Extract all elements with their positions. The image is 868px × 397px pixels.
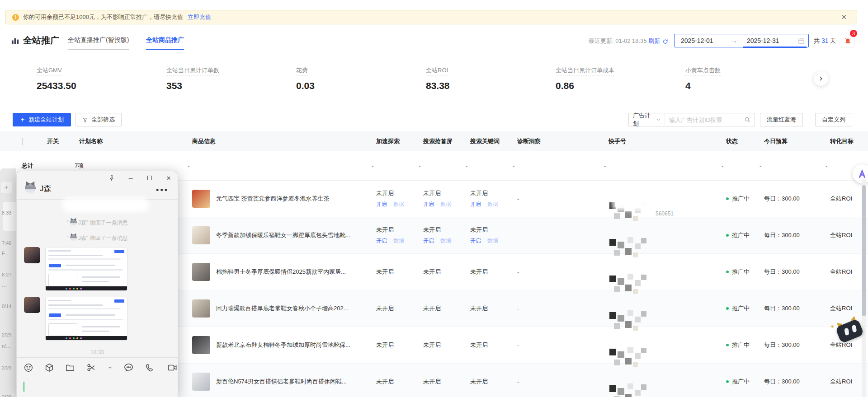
select-all-checkbox[interactable] [22, 138, 23, 145]
chevron-down-icon[interactable] [108, 365, 113, 370]
filter-all-button[interactable]: 全部筛选 [75, 113, 122, 126]
date-arrow: → [728, 37, 741, 44]
plan-search-input[interactable] [669, 117, 741, 123]
chevron-right-icon [818, 76, 824, 81]
top-screen-status: 未开启 [423, 268, 466, 276]
product-title[interactable]: 新百伦N574男女百搭情侣老爹鞋时尚百搭休闲鞋... [216, 378, 347, 386]
chat-window: ─ ✕ J森 ••• "J森" 撤回了一条消息"J森" 撤回了一条消息 [16, 171, 178, 397]
product-image[interactable] [192, 336, 210, 354]
data-link[interactable]: 数据 [440, 237, 451, 245]
banner-text: 你的可用余额已不足1000元，为不影响正常推广，请尽快充值 [23, 13, 183, 21]
diagnosis-value: - [513, 305, 603, 312]
screenshot-attachment[interactable] [45, 297, 127, 341]
diagnosis-value: - [513, 342, 603, 349]
sender-avatar[interactable] [24, 247, 40, 263]
product-image[interactable] [192, 263, 210, 281]
product-title[interactable]: 元气四宝 茶黄芪党参西洋参麦冬泡水养生茶 [216, 195, 330, 203]
warning-icon: ! [12, 14, 19, 21]
censored-mosaic [609, 383, 658, 397]
enable-link[interactable]: 开启 [376, 201, 387, 208]
banner-close-icon[interactable]: ✕ [841, 13, 847, 21]
daily-budget-value[interactable]: 每日：300.00 [760, 304, 827, 313]
product-title[interactable]: 冬季新款加绒保暖乐福鞋女一脚蹬厚底包头雪地靴... [216, 231, 350, 239]
diagnosis-value: - [513, 196, 603, 202]
enable-link[interactable]: 开启 [423, 201, 434, 208]
screenshot-attachment[interactable] [45, 247, 127, 291]
maximize-icon[interactable] [146, 174, 153, 182]
account-id-fragment: 560651 [656, 210, 674, 217]
date-end-input[interactable]: 2025-12-31 [741, 37, 794, 44]
enable-link[interactable]: 开启 [423, 237, 434, 245]
calendar-icon[interactable] [798, 37, 805, 44]
daily-budget-value[interactable]: 每日：300.00 [760, 268, 827, 276]
sender-avatar[interactable] [24, 297, 40, 313]
data-link[interactable]: 数据 [440, 201, 451, 208]
product-title[interactable]: 棉拖鞋男士冬季厚底保暖情侣2025新款室内家居... [216, 268, 346, 276]
enable-link[interactable]: 开启 [376, 237, 387, 245]
product-title[interactable]: 回力瑞爆款百搭厚底老爹鞋女春秋小个子增高202... [216, 304, 349, 313]
emoji-icon[interactable] [24, 363, 33, 373]
col-explore: 加速探索 [372, 137, 419, 145]
date-start-input[interactable]: 2025-12-01 [675, 37, 728, 44]
product-image[interactable] [192, 190, 210, 208]
text-cursor[interactable] [24, 382, 24, 392]
sticker-box-icon[interactable] [44, 363, 54, 373]
chat-more-button[interactable]: ••• [156, 186, 169, 195]
plus-icon[interactable]: + [1, 182, 12, 193]
summary-count: 7项 [63, 162, 177, 170]
vertical-scrollbar[interactable] [862, 179, 866, 397]
product-image[interactable] [192, 373, 210, 391]
col-plan-name: 计划名称 [68, 137, 182, 145]
file-folder-icon[interactable] [65, 363, 75, 373]
data-link[interactable]: 数据 [487, 237, 498, 245]
tab-live-promotion[interactable]: 全站直播推广(智投版) [68, 36, 129, 50]
custom-columns-button[interactable]: 自定义列 [815, 113, 852, 126]
col-diagnosis: 诊断洞察 [513, 137, 603, 145]
chat-list-time-fragment: 2/29 [2, 332, 11, 337]
tab-product-promotion[interactable]: 全站商品推广 [146, 36, 184, 50]
daily-budget-value[interactable]: 每日：300.00 [760, 231, 827, 239]
search-icon[interactable] [744, 117, 750, 123]
data-link[interactable]: 数据 [487, 201, 498, 208]
censored-overlay [615, 191, 670, 208]
scrollbar-thumb[interactable] [862, 185, 866, 316]
product-image[interactable] [192, 299, 210, 318]
recharge-link[interactable]: 立即充值 [188, 13, 211, 21]
refresh-button[interactable]: 刷新 [648, 37, 668, 45]
enable-link[interactable]: 开启 [470, 201, 481, 208]
chat-list-time-fragment: 8:27 [2, 272, 11, 277]
daily-budget-value[interactable]: 每日：300.00 [760, 378, 827, 386]
daily-budget-value[interactable]: 每日：300.00 [760, 195, 827, 203]
voice-call-icon[interactable] [145, 363, 155, 373]
page: ! 你的可用余额已不足1000元，为不影响正常推广，请尽快充值 立即充值 ✕ 全… [0, 0, 868, 397]
new-plan-button[interactable]: 新建全站计划 [13, 113, 71, 126]
video-call-icon[interactable] [167, 363, 178, 373]
keywords-status: 未开启 [470, 341, 513, 349]
explore-status: 未开启 [376, 341, 419, 349]
data-link[interactable]: 数据 [393, 201, 404, 208]
product-image[interactable] [192, 226, 210, 244]
data-link[interactable]: 数据 [393, 237, 404, 245]
plan-type-select[interactable]: 广告计划 [629, 113, 665, 126]
chat-list-time-fragment: 8:33 [2, 210, 11, 215]
close-icon[interactable]: ✕ [165, 174, 172, 182]
col-switch: 开关 [40, 137, 68, 145]
minimize-icon[interactable]: ─ [127, 174, 134, 182]
chat-history-icon[interactable] [123, 362, 134, 373]
plus-icon [20, 117, 25, 122]
stat-cost: 花费 0.03 [296, 66, 426, 98]
stat-gmv: 全站GMV 25433.50 [37, 66, 166, 98]
recall-notice: "J森" 撤回了一条消息 [17, 219, 178, 227]
keywords-status: 未开启 [470, 304, 513, 313]
product-title[interactable]: 新款老北京布鞋女棉鞋冬季加绒加厚时尚雪地靴保... [216, 341, 350, 349]
traffic-analysis-button[interactable]: 流量红蓝海 [760, 113, 803, 126]
pin-icon[interactable] [108, 174, 115, 182]
wolf-avatar [70, 219, 77, 226]
stats-next-button[interactable] [814, 71, 828, 86]
status-text: 推广中 [732, 231, 750, 239]
enable-link[interactable]: 开启 [470, 237, 481, 245]
chat-list-time-fragment: 2/29 [2, 394, 11, 397]
date-range-picker[interactable]: 2025-12-01 → 2025-12-31 [674, 34, 809, 47]
daily-budget-value[interactable]: 每日：300.00 [760, 341, 827, 349]
screenshot-scissors-icon[interactable] [86, 363, 97, 373]
